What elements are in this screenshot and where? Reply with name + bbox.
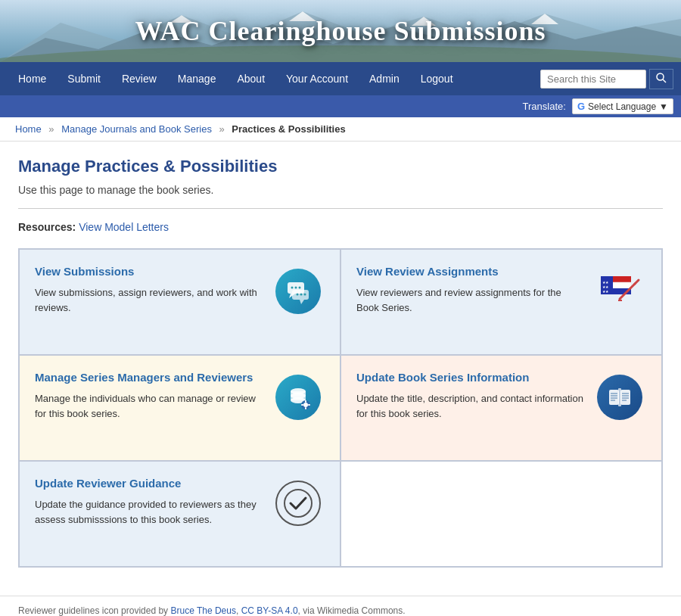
svg-text:★★: ★★	[602, 289, 609, 294]
footer-link-cc[interactable]: CC BY-SA 4.0	[241, 605, 298, 616]
card-view-review-text: View Review Assignments View reviewers a…	[356, 265, 586, 315]
svg-rect-40	[308, 404, 310, 406]
footer: Reviewer guidelines icon provided by Bru…	[0, 596, 681, 616]
book-icon	[606, 384, 633, 411]
svg-rect-37	[305, 400, 306, 403]
settings-icon-circle	[275, 375, 321, 420]
translate-label: Translate:	[523, 101, 566, 112]
card-view-review-icon: ★★ ★★ ★★	[593, 265, 646, 318]
language-select[interactable]: G Select Language ▼	[572, 98, 673, 114]
footer-sep1: ,	[236, 605, 241, 616]
nav-home[interactable]: Home	[8, 64, 57, 94]
svg-point-13	[295, 287, 297, 289]
view-model-letters-link[interactable]: View Model Letters	[79, 221, 169, 233]
card-manage-series-managers: Manage Series Managers and Reviewers Man…	[19, 355, 340, 461]
nav-admin[interactable]: Admin	[359, 64, 410, 94]
review-icon: ★★ ★★ ★★	[597, 269, 642, 314]
card-manage-series-title[interactable]: Manage Series Managers and Reviewers	[35, 371, 264, 384]
card-view-submissions-desc: View submissions, assign reviewers, and …	[35, 285, 264, 315]
card-update-reviewer-text: Update Reviewer Guidance Update the guid…	[35, 477, 264, 527]
chat-icon-circle	[275, 269, 321, 314]
footer-text: Reviewer guidelines icon provided by	[18, 605, 170, 616]
svg-point-12	[291, 287, 294, 289]
resources-line: Resources: View Model Letters	[18, 221, 663, 233]
divider	[18, 208, 663, 209]
translate-bar: Translate: G Select Language ▼	[0, 95, 681, 117]
card-view-review-desc: View reviewers and review assignments fo…	[356, 285, 586, 315]
nav-logout[interactable]: Logout	[410, 64, 464, 94]
svg-marker-16	[300, 300, 304, 304]
nav-about[interactable]: About	[226, 64, 275, 94]
svg-point-8	[657, 73, 664, 80]
search-button[interactable]	[649, 69, 673, 89]
nav-bar: Home Submit Review Manage About Your Acc…	[0, 62, 681, 117]
breadcrumb-current: Practices & Possibilities	[232, 123, 345, 135]
card-view-submissions-icon	[272, 265, 325, 318]
search-input[interactable]	[540, 70, 646, 89]
footer-link-bruce[interactable]: Bruce The Deus	[170, 605, 236, 616]
footer-suffix: , via Wikimedia Commons.	[298, 605, 406, 616]
select-language-label: Select Language	[588, 101, 656, 112]
settings-icon	[285, 384, 312, 411]
chevron-down-icon: ▼	[659, 101, 668, 112]
svg-line-28	[635, 280, 639, 284]
svg-point-19	[304, 294, 306, 296]
search-icon	[656, 73, 667, 83]
nav-your-account[interactable]: Your Account	[275, 64, 359, 94]
site-title: WAC Clearinghouse Submissions	[135, 15, 546, 47]
card-manage-series-desc: Manage the individuals who can manage or…	[35, 391, 264, 421]
check-icon-circle	[275, 481, 321, 526]
book-icon-circle	[597, 375, 642, 420]
breadcrumb-separator-2: »	[219, 123, 228, 135]
review-icon-container: ★★ ★★ ★★	[597, 269, 642, 314]
page-title: Manage Practices & Possibilities	[18, 157, 663, 176]
svg-rect-39	[301, 404, 303, 406]
card-update-reviewer-guidance: Update Reviewer Guidance Update the guid…	[19, 461, 340, 567]
main-content: Manage Practices & Possibilities Use thi…	[0, 142, 681, 596]
card-empty	[340, 461, 662, 567]
card-update-book-series: Update Book Series Information Update th…	[340, 355, 662, 461]
google-g-icon: G	[577, 101, 585, 112]
card-manage-series-icon	[272, 371, 325, 424]
card-manage-series-text: Manage Series Managers and Reviewers Man…	[35, 371, 264, 421]
card-view-submissions: View Submissions View submissions, assig…	[19, 249, 340, 355]
nav-submit[interactable]: Submit	[57, 64, 111, 94]
card-view-review-title[interactable]: View Review Assignments	[356, 265, 586, 278]
svg-point-17	[297, 294, 299, 296]
header-banner: WAC Clearinghouse Submissions	[0, 0, 681, 62]
card-view-submissions-title[interactable]: View Submissions	[35, 265, 264, 278]
svg-line-9	[663, 79, 666, 82]
card-view-review-assignments: View Review Assignments View reviewers a…	[340, 249, 662, 355]
checkmark-icon	[283, 488, 313, 518]
breadcrumb-home[interactable]: Home	[15, 123, 42, 135]
card-update-book-title[interactable]: Update Book Series Information	[356, 371, 586, 384]
svg-rect-43	[618, 388, 621, 406]
resources-label: Resources:	[18, 221, 76, 233]
nav-manage[interactable]: Manage	[167, 64, 227, 94]
nav-links: Home Submit Review Manage About Your Acc…	[8, 64, 540, 94]
breadcrumb-manage-journals[interactable]: Manage Journals and Book Series	[61, 123, 212, 135]
svg-point-14	[299, 287, 301, 289]
card-update-book-icon	[593, 371, 646, 424]
card-view-submissions-text: View Submissions View submissions, assig…	[35, 265, 264, 315]
svg-point-52	[285, 490, 312, 517]
card-update-reviewer-icon	[272, 477, 325, 530]
card-update-reviewer-title[interactable]: Update Reviewer Guidance	[35, 477, 264, 490]
chat-icon	[285, 278, 312, 305]
svg-rect-38	[305, 407, 306, 409]
svg-point-36	[303, 403, 308, 407]
page-description: Use this page to manage the book series.	[18, 184, 663, 196]
breadcrumb-separator-1: »	[48, 123, 57, 135]
svg-rect-42	[620, 390, 630, 405]
search-area	[540, 69, 673, 89]
breadcrumb: Home » Manage Journals and Book Series »…	[0, 117, 681, 142]
svg-rect-41	[609, 390, 619, 405]
svg-point-18	[300, 294, 303, 296]
cards-grid: View Submissions View submissions, assig…	[18, 248, 663, 568]
nav-review[interactable]: Review	[111, 64, 167, 94]
card-update-reviewer-desc: Update the guidance provided to reviewer…	[35, 497, 264, 527]
card-update-book-desc: Update the title, description, and conta…	[356, 391, 586, 421]
card-update-book-text: Update Book Series Information Update th…	[356, 371, 586, 421]
